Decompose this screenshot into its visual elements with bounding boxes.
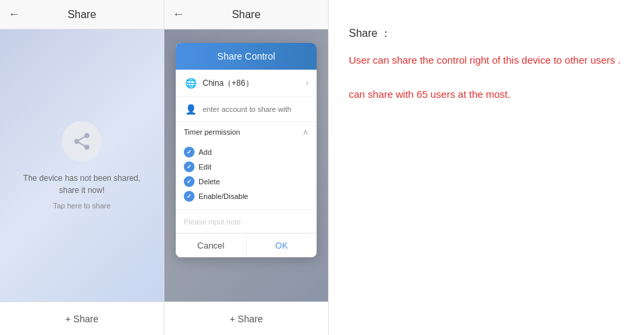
country-label: China（+86） <box>203 78 306 89</box>
globe-icon: 🌐 <box>184 76 197 90</box>
permission-label: Timer permission <box>184 128 240 136</box>
note-placeholder: Please input note <box>184 218 241 226</box>
left-add-share-button[interactable]: + Share <box>65 314 98 324</box>
ok-button[interactable]: OK <box>247 234 317 257</box>
right-phone-footer[interactable]: + Share <box>164 302 328 335</box>
modal-overlay: Share Control 🌐 China（+86） › 👤 <box>164 29 328 302</box>
empty-message: The device has not been shared, share it… <box>13 172 150 196</box>
info-title: Share ： <box>349 27 624 41</box>
modal-header: Share Control <box>176 43 317 70</box>
perm-add-label: Add <box>199 148 212 156</box>
modal-actions: Cancel OK <box>176 233 317 257</box>
perm-item-enable-disable[interactable]: Enable/Disable <box>184 189 309 204</box>
permission-arrow-icon: ∧ <box>303 127 309 137</box>
delete-check-icon <box>184 176 195 187</box>
country-arrow-icon: › <box>306 78 309 88</box>
cancel-button[interactable]: Cancel <box>176 234 247 257</box>
share-control-modal: Share Control 🌐 China（+86） › 👤 <box>176 43 317 257</box>
svg-line-3 <box>79 143 85 146</box>
right-header-title: Share <box>232 9 261 21</box>
right-phone-panel: ← Share Share Control 🌐 China（+86） › <box>164 0 329 335</box>
right-add-share-button[interactable]: + Share <box>229 314 262 324</box>
right-phone-header: ← Share <box>164 0 328 29</box>
left-phone-body: The device has not been shared, share it… <box>0 29 164 302</box>
permission-header[interactable]: Timer permission ∧ <box>176 122 317 142</box>
right-phone-body: Share Control 🌐 China（+86） › 👤 <box>164 29 328 302</box>
left-back-button[interactable]: ← <box>8 7 20 21</box>
left-phone-header: ← Share <box>0 0 164 29</box>
left-phone-footer[interactable]: + Share <box>0 302 164 335</box>
share-icon-circle <box>62 121 102 161</box>
edit-check-icon <box>184 161 195 172</box>
account-input-row: 👤 <box>176 97 317 122</box>
svg-point-2 <box>85 145 90 150</box>
enable-disable-check-icon <box>184 191 195 202</box>
account-input[interactable] <box>203 105 309 113</box>
svg-line-4 <box>79 137 85 140</box>
info-description: User can share the control right of this… <box>349 52 624 103</box>
modal-title: Share Control <box>217 51 275 62</box>
left-header-title: Share <box>68 9 97 21</box>
right-back-button[interactable]: ← <box>172 7 184 21</box>
permission-items-list: Add Edit Delete <box>176 142 317 209</box>
country-selector-row[interactable]: 🌐 China（+86） › <box>176 70 317 97</box>
perm-item-delete[interactable]: Delete <box>184 174 309 189</box>
perm-item-edit[interactable]: Edit <box>184 159 309 174</box>
tap-hint: Tap here to share <box>53 202 111 210</box>
add-check-icon <box>184 147 195 157</box>
svg-point-1 <box>74 139 80 144</box>
perm-item-add[interactable]: Add <box>184 145 309 159</box>
perm-edit-label: Edit <box>199 163 211 171</box>
share-icon <box>72 131 92 151</box>
person-icon: 👤 <box>184 103 197 116</box>
left-phone-panel: ← Share The device has not been shared, … <box>0 0 164 335</box>
svg-point-0 <box>85 133 90 139</box>
modal-body: 🌐 China（+86） › 👤 Timer permission ∧ <box>176 70 317 257</box>
permission-section: Timer permission ∧ Add Edit <box>176 122 317 210</box>
perm-delete-label: Delete <box>199 178 220 186</box>
perm-enable-disable-label: Enable/Disable <box>199 192 248 200</box>
note-section: Please input note <box>176 210 317 233</box>
info-panel: Share ： User can share the control right… <box>329 0 644 335</box>
